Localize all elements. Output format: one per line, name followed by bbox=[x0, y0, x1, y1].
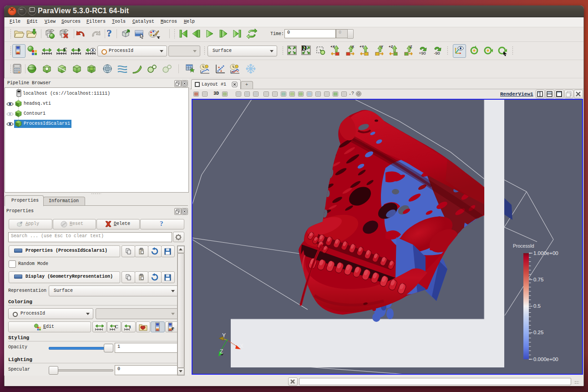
svg-text:t: t bbox=[78, 46, 80, 53]
svg-text:Z: Z bbox=[220, 348, 223, 355]
svg-text:+90: +90 bbox=[419, 51, 426, 56]
svg-text:+X: +X bbox=[330, 45, 335, 49]
svg-text:Y: Y bbox=[222, 332, 226, 339]
svg-text:0.000e+00: 0.000e+00 bbox=[533, 356, 558, 362]
svg-text:1.000e+00: 1.000e+00 bbox=[533, 250, 558, 256]
svg-text:ProcessId: ProcessId bbox=[513, 243, 534, 249]
svg-text:0.25: 0.25 bbox=[533, 330, 543, 335]
svg-text:C: C bbox=[63, 46, 67, 53]
svg-text:-90: -90 bbox=[434, 51, 440, 56]
svg-text:-X: -X bbox=[350, 45, 355, 49]
svg-text:e: e bbox=[172, 325, 174, 331]
svg-text:0.75: 0.75 bbox=[533, 277, 543, 282]
svg-text:+Y: +Y bbox=[360, 45, 365, 49]
svg-text:-Y: -Y bbox=[380, 45, 384, 49]
svg-text:X: X bbox=[240, 343, 243, 349]
svg-text:-Z: -Z bbox=[409, 45, 412, 49]
svg-text:+Z: +Z bbox=[389, 45, 393, 49]
svg-text:D: D bbox=[301, 44, 307, 52]
svg-text:t: t bbox=[129, 324, 131, 329]
svg-text:?: ? bbox=[107, 28, 112, 39]
svg-text:0.5: 0.5 bbox=[533, 303, 541, 309]
svg-text:C: C bbox=[115, 324, 118, 329]
